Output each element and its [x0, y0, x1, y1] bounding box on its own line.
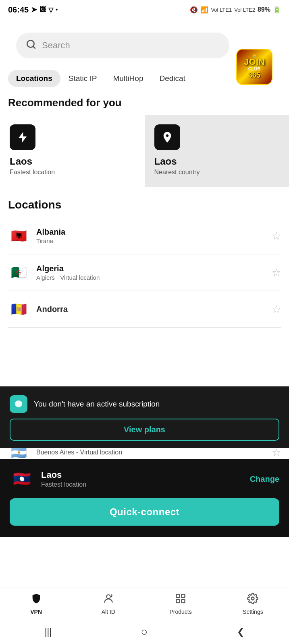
quick-connect-button[interactable]: Quick-connect: [10, 498, 279, 526]
connect-subtitle: Fastest location: [41, 481, 243, 488]
system-nav: ||| ○ ❮: [0, 620, 289, 644]
svg-point-8: [252, 597, 254, 600]
location-item-andorra[interactable]: 🇦🇩 Andorra ☆: [8, 291, 281, 328]
sub-message: You don't have an active subscription: [34, 400, 160, 409]
svg-rect-5: [181, 594, 185, 598]
view-plans-button[interactable]: View plans: [10, 419, 279, 441]
rec-nearest-country: Laos: [154, 156, 280, 167]
star-argentina[interactable]: ☆: [272, 446, 281, 459]
status-bar: 06:45 ➤ 🖼 ▽ • 🔇 📶 Vol LTE1 Vol LTE2 89% …: [0, 0, 289, 19]
svg-rect-6: [177, 599, 180, 603]
change-button[interactable]: Change: [250, 475, 279, 484]
nav-label-products: Products: [170, 609, 192, 615]
svg-marker-2: [19, 132, 27, 143]
subscription-banner: You don't have an active subscription Vi…: [0, 386, 289, 448]
gallery-icon: 🖼: [40, 6, 46, 13]
signal-icon: ▽: [48, 6, 53, 14]
mute-icon: 🔇: [190, 6, 198, 14]
search-placeholder: Search: [42, 40, 220, 51]
battery-icon: 🔋: [273, 6, 281, 14]
wifi-icon: 📶: [200, 6, 208, 14]
svg-point-3: [106, 595, 110, 599]
location-info-andorra: Andorra: [36, 305, 265, 314]
flag-albania: 🇦🇱: [8, 225, 30, 247]
star-andorra[interactable]: ☆: [272, 303, 281, 316]
bottom-nav: VPN Alt ID Products Settings: [0, 588, 289, 620]
dot-icon: •: [56, 6, 58, 13]
svg-line-1: [33, 46, 35, 48]
location-info-algeria: Algeria Algiers - Virtual location: [36, 264, 265, 281]
flag-algeria: 🇩🇿: [8, 262, 30, 283]
app-logo: 👑 JOIN CLUB 365: [234, 47, 274, 87]
nav-label-vpn: VPN: [30, 609, 42, 615]
tab-static-ip[interactable]: Static IP: [60, 70, 105, 87]
navigation-icon: ➤: [31, 5, 37, 14]
search-bar[interactable]: Search: [16, 33, 229, 58]
recommended-grid: Laos Fastest location Laos Nearest count…: [0, 115, 289, 187]
flag-andorra: 🇦🇩: [8, 298, 30, 320]
svg-rect-4: [177, 594, 180, 598]
recommended-title: Recommended for you: [0, 87, 289, 115]
connect-row: 🇱🇦 Laos Fastest location Change: [10, 467, 279, 491]
rec-fastest-country: Laos: [10, 156, 135, 167]
person-icon: [103, 593, 114, 607]
search-icon: [26, 39, 36, 52]
tab-multihop[interactable]: MultiHop: [105, 70, 151, 87]
location-item-albania[interactable]: 🇦🇱 Albania Tirana ☆: [8, 218, 281, 254]
nav-label-settings: Settings: [243, 609, 263, 615]
svg-rect-7: [181, 599, 185, 603]
star-algeria[interactable]: ☆: [272, 266, 281, 279]
locations-section: Locations 🇦🇱 Albania Tirana ☆ 🇩🇿 Algeria…: [0, 187, 289, 328]
locations-section-title: Locations: [8, 198, 281, 211]
location-item-algeria[interactable]: 🇩🇿 Algeria Algiers - Virtual location ☆: [8, 254, 281, 291]
home-button[interactable]: ○: [141, 625, 148, 638]
argentina-city: Buenos Aires - Virtual location: [36, 449, 265, 456]
lte1-icon: Vol LTE1: [211, 7, 232, 13]
lte2-icon: Vol LTE2: [234, 7, 255, 13]
time-display: 06:45: [8, 5, 29, 14]
location-info-albania: Albania Tirana: [36, 227, 265, 244]
surfshark-logo: [10, 395, 27, 413]
nav-item-products[interactable]: Products: [145, 593, 217, 615]
battery-text: 89%: [258, 6, 270, 13]
rec-card-fastest[interactable]: Laos Fastest location: [0, 115, 145, 187]
star-albania[interactable]: ☆: [272, 230, 281, 242]
connect-panel: 🇱🇦 Laos Fastest location Change Quick-co…: [0, 459, 289, 537]
nav-item-settings[interactable]: Settings: [217, 593, 289, 615]
back-button[interactable]: ❮: [237, 627, 244, 637]
nav-item-altid[interactable]: Alt ID: [72, 593, 144, 615]
connect-info: Laos Fastest location: [41, 470, 243, 488]
status-icons: 🔇 📶 Vol LTE1 Vol LTE2 89% 🔋: [190, 6, 281, 14]
nav-label-altid: Alt ID: [102, 609, 115, 615]
pin-icon: [154, 124, 180, 150]
tab-locations[interactable]: Locations: [8, 70, 60, 87]
connect-country: Laos: [41, 470, 243, 480]
sub-banner-row: You don't have an active subscription: [10, 395, 279, 413]
gear-icon: [247, 593, 258, 607]
rec-fastest-subtitle: Fastest location: [10, 169, 135, 176]
grid-icon: [175, 593, 186, 607]
rec-nearest-subtitle: Nearest country: [154, 169, 280, 176]
flag-laos-connect: 🇱🇦: [10, 467, 34, 491]
rec-card-nearest[interactable]: Laos Nearest country: [145, 115, 289, 187]
tab-dedicat[interactable]: Dedicat: [151, 70, 193, 87]
status-time: 06:45 ➤ 🖼 ▽ •: [8, 5, 58, 14]
shield-icon: [31, 593, 42, 607]
recent-apps-button[interactable]: |||: [45, 627, 52, 637]
bolt-icon: [10, 124, 35, 150]
nav-item-vpn[interactable]: VPN: [0, 593, 72, 615]
